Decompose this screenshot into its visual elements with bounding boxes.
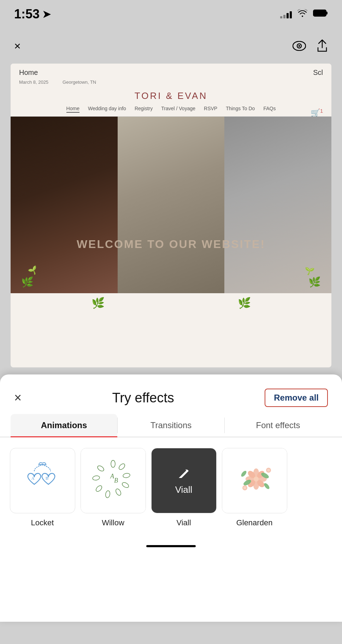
viall-selected-overlay: Viall [152,448,216,513]
vine-left: 🌿 [92,297,105,309]
signal-icon [280,10,292,18]
glenarden-label: Glenarden [236,518,273,527]
willow-illustration: A B [81,448,146,513]
preview-photos: WELCOME TO OUR WEBSITE! 🌿 🌿 🌱 🌱 [11,117,331,293]
preview-nav-links: Home Wedding day info Registry Travel / … [11,104,331,117]
bottom-sheet: × Try effects Remove all Animations Tran… [0,374,342,622]
viall-edit-label: Viall [175,484,193,495]
willow-card: A B [81,448,146,513]
nav-registry: Registry [135,106,153,113]
battery-icon [313,9,328,19]
svg-rect-0 [313,10,326,16]
time-display: 1:53 [14,7,40,22]
preview-meta: March 8, 2025 Georgetown, TN [11,79,331,87]
remove-all-button[interactable]: Remove all [265,389,328,407]
svg-point-9 [123,473,130,478]
tab-font-effects-label: Font effects [256,420,300,430]
svg-point-10 [121,481,129,488]
svg-point-4 [299,45,300,47]
glenarden-card [222,448,287,513]
tab-transitions[interactable]: Transitions [118,414,224,437]
svg-point-27 [254,477,259,481]
share-button[interactable] [317,39,328,53]
status-time: 1:53 ➤ [14,7,51,22]
close-icon: × [14,40,21,53]
svg-text:B: B [114,477,118,484]
eye-icon [293,41,306,51]
svg-point-8 [118,462,126,471]
welcome-text: WELCOME TO OUR WEBSITE! [11,238,331,251]
photo-3 [224,117,331,293]
viall-label: Viall [176,518,191,527]
pencil-icon [176,466,191,481]
preview-nav-bar: Home Scl [11,64,331,79]
nav-things: Things To Do [226,106,255,113]
vine-decorations: 🌿 🌿 [11,293,331,313]
floral-left: 🌿 [21,276,34,288]
svg-point-15 [96,465,105,472]
nav-travel: Travel / Voyage [161,106,195,113]
effects-grid: A B Locket [0,437,342,538]
preview-title: TORI & EVAN [11,87,331,104]
close-sheet-icon: × [14,390,22,405]
sheet-title: Try effects [112,390,174,406]
locket-card: A B [10,448,75,513]
svg-rect-1 [326,12,328,14]
preview-scl-label: Scl [313,69,323,77]
preview-home-label: Home [19,69,38,77]
svg-point-30 [240,470,248,478]
wifi-icon [297,9,307,19]
preview-date: March 8, 2025 [19,79,48,85]
svg-text:B: B [46,476,48,481]
svg-point-34 [243,486,246,489]
svg-point-12 [105,490,110,498]
tabs-container: Animations Transitions Font effects [0,414,342,437]
nav-rsvp: RSVP [204,106,217,113]
photo-1 [11,117,118,293]
close-button[interactable]: × [14,40,21,53]
svg-point-35 [267,469,270,472]
locket-illustration: A B [19,458,65,504]
status-icons [280,9,328,19]
locket-label: Locket [31,518,54,527]
viall-card: Viall [151,448,217,513]
title-part2: EVAN [177,90,207,101]
close-sheet-button[interactable]: × [14,390,22,405]
nav-home: Home [66,106,79,113]
title-part1: TORI & [135,90,177,101]
tab-animations[interactable]: Animations [11,414,117,437]
top-action-bar: × [0,28,342,64]
svg-point-14 [92,475,100,480]
tab-transitions-label: Transitions [151,420,191,430]
nav-faqs: FAQs [263,106,276,113]
effect-willow[interactable]: A B Willow [78,448,148,527]
share-icon [317,39,328,53]
nav-wedding: Wedding day info [88,106,126,113]
top-bar-actions [293,39,328,53]
remove-all-label: Remove all [274,393,319,402]
svg-point-7 [111,460,115,467]
effect-locket[interactable]: A B Locket [7,448,78,527]
home-indicator [146,545,196,547]
website-preview: Home Scl March 8, 2025 Georgetown, TN TO… [11,64,331,367]
svg-point-13 [95,484,103,492]
glenarden-illustration [222,448,287,513]
svg-point-31 [263,482,271,490]
svg-point-11 [115,488,122,496]
navigation-icon: ➤ [42,8,51,20]
photo-2 [118,117,225,293]
preview-button[interactable] [293,41,306,51]
sheet-header: × Try effects Remove all [0,374,342,414]
effect-viall[interactable]: Viall Viall [148,448,219,527]
status-bar: 1:53 ➤ [0,0,342,28]
vine-right: 🌿 [238,297,251,309]
tab-font-effects[interactable]: Font effects [225,414,331,437]
floral-right: 🌿 [308,276,321,288]
preview-location: Georgetown, TN [63,79,96,85]
effect-glenarden[interactable]: Glenarden [219,448,290,527]
svg-text:A: A [31,476,35,481]
willow-label: Willow [102,518,124,527]
tab-animations-label: Animations [41,420,87,430]
